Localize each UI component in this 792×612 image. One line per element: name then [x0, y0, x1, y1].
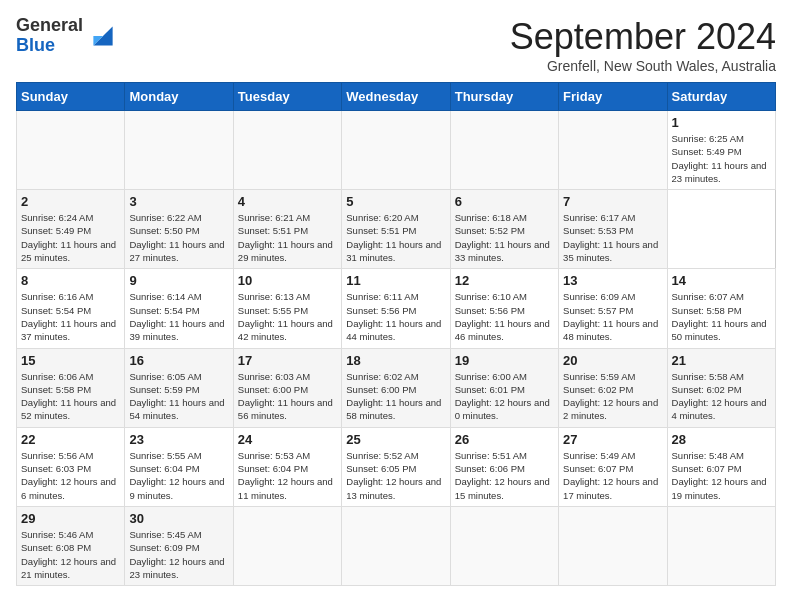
- calendar-cell: 27Sunrise: 5:49 AMSunset: 6:07 PMDayligh…: [559, 427, 667, 506]
- day-info: Sunrise: 6:09 AMSunset: 5:57 PMDaylight:…: [563, 290, 662, 343]
- calendar-cell: 9Sunrise: 6:14 AMSunset: 5:54 PMDaylight…: [125, 269, 233, 348]
- day-info: Sunrise: 5:51 AMSunset: 6:06 PMDaylight:…: [455, 449, 554, 502]
- day-header-thursday: Thursday: [450, 83, 558, 111]
- logo-line1: General: [16, 16, 83, 36]
- calendar-week-row: 29Sunrise: 5:46 AMSunset: 6:08 PMDayligh…: [17, 506, 776, 585]
- day-info: Sunrise: 5:55 AMSunset: 6:04 PMDaylight:…: [129, 449, 228, 502]
- day-number: 13: [563, 273, 662, 288]
- day-number: 30: [129, 511, 228, 526]
- calendar-cell: [450, 111, 558, 190]
- calendar-cell: 4Sunrise: 6:21 AMSunset: 5:51 PMDaylight…: [233, 190, 341, 269]
- calendar-week-row: 8Sunrise: 6:16 AMSunset: 5:54 PMDaylight…: [17, 269, 776, 348]
- calendar-cell: 6Sunrise: 6:18 AMSunset: 5:52 PMDaylight…: [450, 190, 558, 269]
- calendar-cell: 17Sunrise: 6:03 AMSunset: 6:00 PMDayligh…: [233, 348, 341, 427]
- day-number: 21: [672, 353, 771, 368]
- calendar-cell: 15Sunrise: 6:06 AMSunset: 5:58 PMDayligh…: [17, 348, 125, 427]
- day-info: Sunrise: 6:05 AMSunset: 5:59 PMDaylight:…: [129, 370, 228, 423]
- calendar-table: SundayMondayTuesdayWednesdayThursdayFrid…: [16, 82, 776, 586]
- day-header-friday: Friday: [559, 83, 667, 111]
- day-info: Sunrise: 5:58 AMSunset: 6:02 PMDaylight:…: [672, 370, 771, 423]
- day-info: Sunrise: 6:13 AMSunset: 5:55 PMDaylight:…: [238, 290, 337, 343]
- day-info: Sunrise: 6:16 AMSunset: 5:54 PMDaylight:…: [21, 290, 120, 343]
- calendar-cell: 24Sunrise: 5:53 AMSunset: 6:04 PMDayligh…: [233, 427, 341, 506]
- calendar-cell: [233, 506, 341, 585]
- calendar-cell: 11Sunrise: 6:11 AMSunset: 5:56 PMDayligh…: [342, 269, 450, 348]
- day-info: Sunrise: 6:24 AMSunset: 5:49 PMDaylight:…: [21, 211, 120, 264]
- calendar-cell: 12Sunrise: 6:10 AMSunset: 5:56 PMDayligh…: [450, 269, 558, 348]
- calendar-cell: [667, 506, 775, 585]
- calendar-cell: [233, 111, 341, 190]
- day-number: 15: [21, 353, 120, 368]
- day-info: Sunrise: 5:45 AMSunset: 6:09 PMDaylight:…: [129, 528, 228, 581]
- day-info: Sunrise: 6:11 AMSunset: 5:56 PMDaylight:…: [346, 290, 445, 343]
- day-number: 6: [455, 194, 554, 209]
- day-info: Sunrise: 5:59 AMSunset: 6:02 PMDaylight:…: [563, 370, 662, 423]
- day-info: Sunrise: 5:52 AMSunset: 6:05 PMDaylight:…: [346, 449, 445, 502]
- calendar-header-row: SundayMondayTuesdayWednesdayThursdayFrid…: [17, 83, 776, 111]
- day-number: 3: [129, 194, 228, 209]
- day-info: Sunrise: 6:06 AMSunset: 5:58 PMDaylight:…: [21, 370, 120, 423]
- day-info: Sunrise: 6:22 AMSunset: 5:50 PMDaylight:…: [129, 211, 228, 264]
- day-number: 17: [238, 353, 337, 368]
- day-number: 19: [455, 353, 554, 368]
- day-number: 1: [672, 115, 771, 130]
- day-number: 5: [346, 194, 445, 209]
- calendar-cell: 8Sunrise: 6:16 AMSunset: 5:54 PMDaylight…: [17, 269, 125, 348]
- calendar-cell: 14Sunrise: 6:07 AMSunset: 5:58 PMDayligh…: [667, 269, 775, 348]
- day-info: Sunrise: 6:00 AMSunset: 6:01 PMDaylight:…: [455, 370, 554, 423]
- calendar-cell: 29Sunrise: 5:46 AMSunset: 6:08 PMDayligh…: [17, 506, 125, 585]
- day-number: 24: [238, 432, 337, 447]
- day-number: 28: [672, 432, 771, 447]
- day-info: Sunrise: 6:20 AMSunset: 5:51 PMDaylight:…: [346, 211, 445, 264]
- calendar-cell: 22Sunrise: 5:56 AMSunset: 6:03 PMDayligh…: [17, 427, 125, 506]
- day-header-wednesday: Wednesday: [342, 83, 450, 111]
- calendar-cell: 5Sunrise: 6:20 AMSunset: 5:51 PMDaylight…: [342, 190, 450, 269]
- page-header: General Blue September 2024 Grenfell, Ne…: [16, 16, 776, 74]
- calendar-cell: 13Sunrise: 6:09 AMSunset: 5:57 PMDayligh…: [559, 269, 667, 348]
- calendar-cell: 26Sunrise: 5:51 AMSunset: 6:06 PMDayligh…: [450, 427, 558, 506]
- calendar-cell: [342, 111, 450, 190]
- calendar-cell: 25Sunrise: 5:52 AMSunset: 6:05 PMDayligh…: [342, 427, 450, 506]
- day-info: Sunrise: 6:17 AMSunset: 5:53 PMDaylight:…: [563, 211, 662, 264]
- calendar-cell: [450, 506, 558, 585]
- day-header-sunday: Sunday: [17, 83, 125, 111]
- day-number: 27: [563, 432, 662, 447]
- calendar-cell: 7Sunrise: 6:17 AMSunset: 5:53 PMDaylight…: [559, 190, 667, 269]
- day-number: 29: [21, 511, 120, 526]
- day-info: Sunrise: 5:46 AMSunset: 6:08 PMDaylight:…: [21, 528, 120, 581]
- day-info: Sunrise: 5:48 AMSunset: 6:07 PMDaylight:…: [672, 449, 771, 502]
- calendar-cell: [125, 111, 233, 190]
- day-number: 16: [129, 353, 228, 368]
- day-info: Sunrise: 6:10 AMSunset: 5:56 PMDaylight:…: [455, 290, 554, 343]
- location-subtitle: Grenfell, New South Wales, Australia: [510, 58, 776, 74]
- day-number: 9: [129, 273, 228, 288]
- day-header-saturday: Saturday: [667, 83, 775, 111]
- calendar-cell: 2Sunrise: 6:24 AMSunset: 5:49 PMDaylight…: [17, 190, 125, 269]
- month-year-title: September 2024: [510, 16, 776, 58]
- calendar-cell: 1Sunrise: 6:25 AMSunset: 5:49 PMDaylight…: [667, 111, 775, 190]
- calendar-week-row: 22Sunrise: 5:56 AMSunset: 6:03 PMDayligh…: [17, 427, 776, 506]
- day-info: Sunrise: 5:49 AMSunset: 6:07 PMDaylight:…: [563, 449, 662, 502]
- day-number: 11: [346, 273, 445, 288]
- logo: General Blue: [16, 16, 119, 56]
- calendar-week-row: 1Sunrise: 6:25 AMSunset: 5:49 PMDaylight…: [17, 111, 776, 190]
- day-info: Sunrise: 5:56 AMSunset: 6:03 PMDaylight:…: [21, 449, 120, 502]
- day-number: 12: [455, 273, 554, 288]
- calendar-cell: [559, 111, 667, 190]
- day-number: 14: [672, 273, 771, 288]
- day-info: Sunrise: 6:21 AMSunset: 5:51 PMDaylight:…: [238, 211, 337, 264]
- day-number: 8: [21, 273, 120, 288]
- day-info: Sunrise: 6:02 AMSunset: 6:00 PMDaylight:…: [346, 370, 445, 423]
- calendar-cell: [342, 506, 450, 585]
- day-number: 2: [21, 194, 120, 209]
- title-section: September 2024 Grenfell, New South Wales…: [510, 16, 776, 74]
- calendar-cell: 20Sunrise: 5:59 AMSunset: 6:02 PMDayligh…: [559, 348, 667, 427]
- day-info: Sunrise: 6:03 AMSunset: 6:00 PMDaylight:…: [238, 370, 337, 423]
- calendar-cell: 30Sunrise: 5:45 AMSunset: 6:09 PMDayligh…: [125, 506, 233, 585]
- day-number: 4: [238, 194, 337, 209]
- day-number: 18: [346, 353, 445, 368]
- calendar-week-row: 2Sunrise: 6:24 AMSunset: 5:49 PMDaylight…: [17, 190, 776, 269]
- day-number: 22: [21, 432, 120, 447]
- day-number: 20: [563, 353, 662, 368]
- logo-icon: [87, 20, 119, 52]
